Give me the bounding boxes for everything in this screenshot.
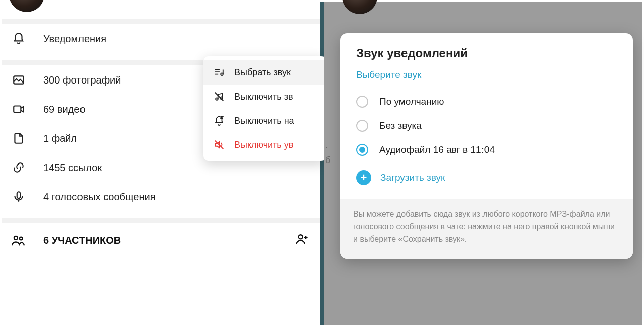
svg-point-4 — [20, 237, 23, 240]
notifications-label: Уведомления — [43, 33, 106, 45]
radio-label: Без звука — [379, 120, 422, 131]
menu-label: Выключить зв — [234, 92, 293, 102]
mic-icon — [11, 189, 26, 204]
modal-subtitle: Выберите звук — [356, 69, 617, 80]
radio-label: Аудиофайл 16 авг в 11:04 — [379, 144, 495, 155]
svg-rect-1 — [14, 106, 21, 113]
sound-settings-modal: Звук уведомлений Выберите звук По умолча… — [340, 33, 633, 259]
notifications-row[interactable]: Уведомления — [2, 24, 320, 53]
chat-info-panel: Уведомления 300 фотографий 69 видео 1 фа… — [2, 2, 324, 325]
files-label: 1 файл — [43, 133, 77, 144]
link-icon — [11, 160, 26, 175]
radio-icon — [356, 96, 368, 108]
photos-label: 300 фотографий — [43, 74, 121, 86]
svg-rect-2 — [17, 192, 21, 198]
svg-point-5 — [299, 235, 303, 239]
music-list-icon — [213, 66, 225, 78]
mute-icon — [213, 139, 225, 151]
bg-text-fragment: . — [325, 140, 328, 151]
menu-disable-notifications[interactable]: Выключить ув — [203, 133, 327, 157]
people-icon — [11, 233, 26, 249]
modal-backdrop: . б Звук уведомлений Выберите звук По ум… — [324, 2, 642, 325]
radio-icon — [356, 144, 368, 156]
members-row: 6 УЧАСТНИКОВ — [2, 223, 320, 258]
bell-snooze-icon — [213, 115, 225, 127]
divider — [2, 19, 320, 24]
members-label: 6 УЧАСТНИКОВ — [43, 235, 121, 247]
image-icon — [11, 72, 26, 88]
bell-icon — [11, 31, 26, 46]
file-icon — [11, 131, 26, 146]
menu-mute-sound[interactable]: Выключить зв — [203, 85, 327, 109]
videos-label: 69 видео — [43, 104, 86, 115]
video-icon — [11, 102, 26, 117]
add-member-icon[interactable] — [295, 232, 309, 249]
links-label: 1455 ссылок — [43, 162, 102, 174]
avatar[interactable] — [9, 0, 44, 12]
avatar — [342, 0, 377, 14]
music-off-icon — [213, 91, 225, 103]
upload-label: Загрузить звук — [380, 172, 445, 183]
bg-text-fragment: б — [325, 155, 330, 166]
voice-label: 4 голосовых сообщения — [43, 191, 155, 203]
modal-help-text: Вы можете добавить сюда звук из любого к… — [340, 199, 633, 259]
menu-label: Выключить на — [234, 116, 294, 126]
radio-label: По умолчанию — [379, 96, 444, 107]
menu-label: Выключить ув — [234, 140, 293, 150]
menu-select-sound[interactable]: Выбрать звук — [203, 60, 327, 85]
upload-sound-button[interactable]: + Загрузить звук — [356, 162, 617, 190]
radio-icon — [356, 120, 368, 132]
modal-title: Звук уведомлений — [356, 46, 617, 60]
notifications-context-menu: Выбрать звук Выключить зв Выключить на В… — [203, 56, 327, 161]
radio-default[interactable]: По умолчанию — [356, 90, 617, 114]
menu-mute-for[interactable]: Выключить на — [203, 109, 327, 133]
radio-audiofile[interactable]: Аудиофайл 16 авг в 11:04 — [356, 138, 617, 162]
voice-row[interactable]: 4 голосовых сообщения — [2, 182, 320, 211]
radio-silent[interactable]: Без звука — [356, 114, 617, 138]
divider — [2, 218, 320, 223]
svg-point-3 — [14, 236, 18, 239]
plus-icon: + — [356, 170, 371, 185]
menu-label: Выбрать звук — [234, 67, 291, 78]
